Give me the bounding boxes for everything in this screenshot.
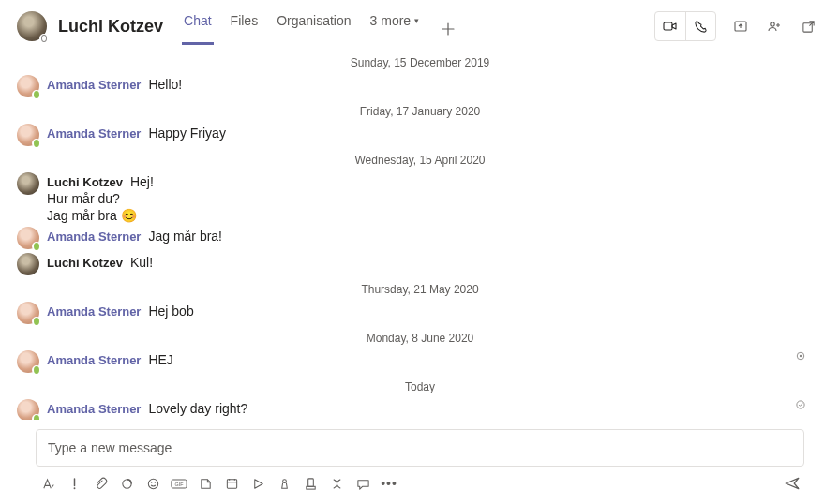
messages-list[interactable]: Sunday, 15 December 2019 Amanda Sterner … <box>0 45 840 420</box>
share-screen-button[interactable] <box>726 12 756 40</box>
more-icon: ••• <box>381 476 398 491</box>
praise-button[interactable] <box>272 472 296 495</box>
svg-point-5 <box>800 355 802 357</box>
svg-text:GIF: GIF <box>175 482 185 487</box>
svg-point-15 <box>282 479 286 482</box>
avatar[interactable] <box>17 350 39 373</box>
presence-indicator <box>32 414 41 420</box>
avatar[interactable] <box>17 124 39 146</box>
sender-name[interactable]: Amanda Sterner <box>47 230 141 244</box>
svg-point-11 <box>154 482 156 483</box>
presence-indicator <box>32 317 41 326</box>
gif-button[interactable]: GIF <box>167 472 191 495</box>
message-text: Hej bob <box>148 304 193 319</box>
message-input[interactable] <box>48 440 792 455</box>
tab-organisation[interactable]: Organisation <box>275 7 352 45</box>
avatar[interactable] <box>17 302 39 324</box>
presence-indicator <box>32 139 41 148</box>
sender-name[interactable]: Amanda Sterner <box>47 353 141 367</box>
loop-icon <box>120 477 134 491</box>
attach-icon <box>94 477 108 491</box>
tab-chat[interactable]: Chat <box>182 7 214 45</box>
date-separator: Today <box>17 380 823 393</box>
approvals-icon <box>304 477 318 491</box>
sender-name[interactable]: Luchi Kotzev <box>47 256 123 270</box>
praise-icon <box>278 477 292 491</box>
messaging-extensions-button[interactable] <box>351 472 375 495</box>
tabs: Chat Files Organisation 3 more ▾ <box>182 7 460 45</box>
message-text: Lovely day right? <box>148 401 248 416</box>
presence-indicator <box>32 90 41 99</box>
loop-button[interactable] <box>114 472 139 495</box>
sender-name[interactable]: Amanda Sterner <box>47 78 141 92</box>
compose-area: GIF ••• <box>0 420 840 504</box>
more-actions-button[interactable]: ••• <box>377 472 401 495</box>
sender-name[interactable]: Amanda Sterner <box>47 126 141 141</box>
popout-button[interactable] <box>793 12 823 40</box>
plus-icon <box>442 22 455 36</box>
avatar[interactable] <box>17 227 39 249</box>
avatar[interactable] <box>17 75 39 97</box>
format-icon <box>41 477 55 491</box>
emoji-button[interactable] <box>141 472 165 495</box>
emoji-icon <box>146 477 160 491</box>
approvals-button[interactable] <box>298 472 322 495</box>
phone-icon <box>694 20 708 34</box>
add-tab-button[interactable] <box>436 22 460 45</box>
svg-point-9 <box>148 479 158 488</box>
chat-app-icon <box>356 477 370 491</box>
schedule-meeting-button[interactable] <box>219 472 244 495</box>
presence-indicator <box>32 365 41 375</box>
avatar[interactable] <box>17 172 39 195</box>
message-text: Happy Friyay <box>148 126 225 141</box>
sent-receipt-icon <box>795 399 806 410</box>
chat-header: Luchi Kotzev Chat Files Organisation 3 m… <box>0 0 840 45</box>
message-text: Hej! <box>130 174 154 189</box>
avatar[interactable] <box>17 253 39 275</box>
priority-button[interactable] <box>62 472 86 495</box>
compose-box[interactable] <box>36 429 804 467</box>
message-text: Kul! <box>130 255 153 270</box>
sender-name[interactable]: Luchi Kotzev <box>47 175 123 189</box>
svg-point-7 <box>73 487 75 489</box>
viva-icon <box>330 477 344 491</box>
message-row: Amanda Sterner HEJ <box>17 350 823 373</box>
stream-icon <box>251 477 265 491</box>
priority-icon <box>68 477 82 491</box>
message-row: Amanda Sterner Lovely day right? <box>17 399 823 420</box>
tab-more[interactable]: 3 more ▾ <box>368 7 422 45</box>
message-row: Luchi Kotzev Hej! Hur mår du? Jag mår br… <box>17 172 823 223</box>
svg-rect-16 <box>308 478 313 485</box>
popout-icon <box>802 20 816 34</box>
sticker-button[interactable] <box>193 472 218 495</box>
send-icon <box>784 475 801 492</box>
tab-files[interactable]: Files <box>229 7 261 45</box>
format-button[interactable] <box>36 472 60 495</box>
attach-button[interactable] <box>88 472 112 495</box>
add-people-button[interactable] <box>759 12 789 40</box>
stream-button[interactable] <box>246 472 270 495</box>
gif-icon: GIF <box>171 477 188 491</box>
send-button[interactable] <box>780 472 804 495</box>
presence-indicator <box>39 34 49 43</box>
avatar[interactable] <box>17 399 39 420</box>
call-group <box>654 11 716 41</box>
viva-button[interactable] <box>324 472 349 495</box>
audio-call-button[interactable] <box>685 12 715 40</box>
message-text: HEJ <box>148 352 172 367</box>
message-text: Jag mår bra 😊 <box>47 208 154 223</box>
presence-indicator <box>32 242 41 251</box>
date-separator: Thursday, 21 May 2020 <box>17 283 823 296</box>
sender-name[interactable]: Amanda Sterner <box>47 304 141 319</box>
header-avatar[interactable] <box>17 11 47 41</box>
date-separator: Sunday, 15 December 2019 <box>17 56 823 69</box>
chat-title: Luchi Kotzev <box>58 17 163 37</box>
svg-point-6 <box>797 401 804 408</box>
compose-toolbar: GIF ••• <box>36 472 804 495</box>
sender-name[interactable]: Amanda Sterner <box>47 402 141 416</box>
video-call-button[interactable] <box>655 12 685 40</box>
svg-rect-14 <box>227 479 236 487</box>
people-add-icon <box>767 19 782 34</box>
svg-rect-0 <box>664 22 672 30</box>
message-text: Hello! <box>148 77 182 92</box>
